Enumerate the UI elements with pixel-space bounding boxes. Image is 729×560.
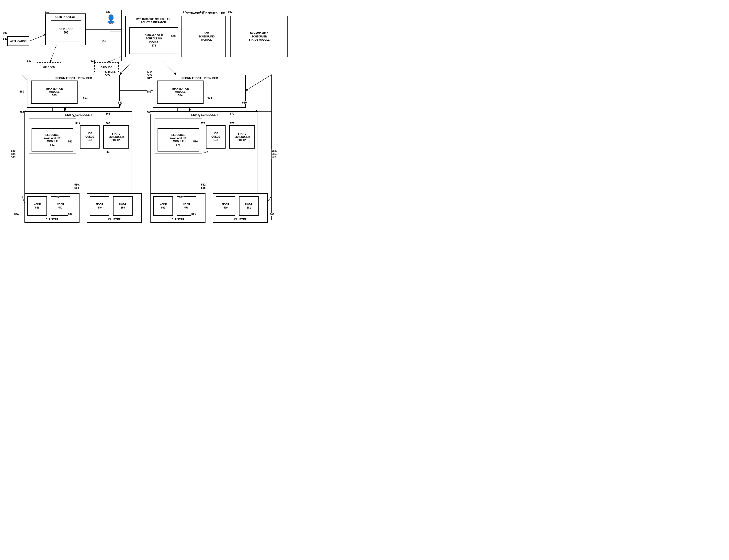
ref-562: 562: [68, 140, 72, 143]
ref-580-584-565: 580,584,565: [105, 70, 116, 77]
info-provider-left-box: INFORMATIONAL PROVIDER TRANSLATIONMODULE…: [27, 75, 120, 108]
ref-578: 578: [201, 122, 205, 125]
cluster-right-2-box: CLUSTER NODE579 NODE581: [213, 193, 268, 223]
ref-577c: 577: [204, 151, 208, 153]
svg-line-7: [50, 45, 56, 62]
cluster-right-1-box: CLUSTER NODE569 NODE570: [151, 193, 206, 223]
ref-532: 532: [27, 59, 31, 62]
ref-522: 522: [91, 59, 95, 62]
ref-582-585-577-right: 582,585,577: [272, 149, 277, 159]
ref-574: 574: [196, 115, 200, 117]
ref-580-584-left: 580,584: [74, 183, 80, 189]
grid-jobs-box: GRID JOBS 505: [51, 20, 81, 42]
application-box: APPLICATION: [7, 36, 29, 46]
ref-590: 590: [200, 10, 205, 13]
ref-520: 520: [106, 10, 110, 13]
ref-589: 589: [242, 101, 247, 104]
ss-policy-right-box: STATICSCHEDULERPOLICY: [229, 125, 255, 149]
diagram-container: APPLICATION GRID PROJECT GRID JOBS 505 👤…: [0, 0, 303, 233]
ref-556: 556: [68, 213, 72, 216]
ref-559: 559: [72, 115, 76, 117]
ref-580: 580: [20, 90, 24, 93]
ram-left-box: RESOURCEAVAILABILITYMODULE 562: [32, 128, 73, 152]
dynamic-grid-scheduler-box: DYNAMIC GRID SCHEDULER DYNAMIC GRID SCHE…: [121, 10, 291, 61]
ref-587: 587: [118, 101, 122, 104]
node-546-box: NODE546: [27, 196, 47, 216]
ref-568: 568: [270, 213, 274, 216]
job-queue-right-box: JOBQUEUE 578: [206, 125, 226, 149]
translation-module-right-box: TRANSLATIONMODULE 594: [157, 81, 204, 104]
ref-565c: 565: [106, 151, 110, 153]
svg-line-16: [246, 75, 272, 91]
translation-module-left-box: TRANSLATIONMODULE 593: [31, 81, 78, 104]
node-569-box: NODE569: [153, 196, 173, 216]
ss-status-left-box: STATIC SCHEDULERSTATUS MODULE RESOURCEAV…: [29, 118, 76, 153]
ref-585: 585: [147, 111, 151, 114]
ref-571: 571: [179, 196, 184, 199]
ref-594: 594: [208, 96, 212, 99]
dgs-status-box: DYNAMIC GRIDSCHEDULERSTATUS MODULE: [231, 16, 288, 57]
ref-565b: 565: [106, 122, 110, 125]
ref-577a: 577: [230, 112, 234, 115]
node-550-box: NODE550: [113, 196, 133, 216]
ref-575: 575: [171, 34, 176, 37]
info-provider-right-box: INFORMATIONAL PROVIDER TRANSLATIONMODULE…: [153, 75, 246, 108]
ref-577b: 577: [230, 122, 234, 125]
cluster-left-1-box: CLUSTER NODE546 NODE547: [24, 193, 80, 223]
ref-565a: 565: [106, 112, 110, 115]
ref-540: 540: [3, 37, 7, 40]
dynamic-scheduling-policy-box: DYNAMIC GRIDSCHEDULINGPOLICY 575: [129, 27, 178, 54]
ref-584: 584: [20, 111, 24, 114]
node-547-box: NODE547: [51, 196, 70, 216]
node-549-box: NODE549: [90, 196, 109, 216]
ref-572: 572: [183, 10, 187, 13]
ref-510: 510: [45, 10, 49, 13]
grid-job-left-box: GRID JOB: [37, 62, 61, 72]
ref-530: 530: [14, 213, 19, 216]
ref-553: 553: [56, 196, 60, 199]
ref-573: 573: [191, 213, 196, 216]
person-figure: 👤 520: [106, 14, 116, 24]
ss-status-right-box: STATIC SCHEDULERSTATUS MODULE RESOURCEAV…: [155, 118, 202, 153]
ram-right-box: RESOURCEAVAILABILITYMODULE 576: [158, 128, 199, 152]
job-queue-left-box: JOBQUEUE 543: [80, 125, 100, 149]
ss-policy-left-box: STATICSCHEDULERPOLICY: [103, 125, 129, 149]
ref-500: 500: [3, 31, 7, 34]
ref-592: 592: [228, 10, 233, 13]
node-581-box: NODE581: [239, 196, 259, 216]
job-scheduling-box: JOBSCHEDULINGMODULE: [188, 16, 226, 57]
ref-582-585-577: 582,585,577: [147, 70, 152, 80]
svg-line-1: [29, 34, 47, 41]
grid-project-outer-box: GRID PROJECT GRID JOBS 505: [45, 13, 86, 45]
ref-582: 582: [147, 90, 151, 93]
ref-582-585-right: 582,585: [201, 183, 206, 189]
node-579-box: NODE579: [216, 196, 235, 216]
ref-535: 535: [102, 40, 106, 43]
ref-576: 576: [193, 140, 198, 143]
ref-593: 593: [83, 96, 88, 99]
ref-543: 543: [75, 122, 80, 125]
ref-580-584-565-left: 580,584,565: [11, 149, 16, 159]
cluster-left-2-box: CLUSTER NODE549 NODE550: [87, 193, 142, 223]
